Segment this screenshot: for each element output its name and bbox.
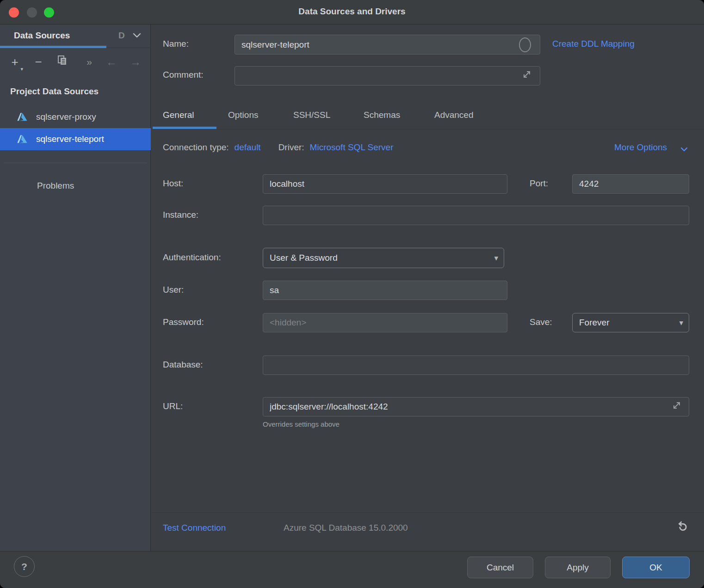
list-item-sqlserver-proxy[interactable]: sqlserver-proxy [0,106,151,128]
revert-icon[interactable] [675,520,689,535]
arrow-left-icon: ← [106,55,117,68]
user-label: User: [163,285,184,295]
comment-input[interactable] [235,66,540,86]
tab-drivers-truncated[interactable]: D [118,31,125,41]
duplicate-data-source-button[interactable] [53,53,71,71]
password-label: Password: [163,317,204,327]
data-source-label: sqlserver-teleport [36,134,104,144]
double-chevron-icon: » [86,56,92,67]
active-tab-underline [0,46,106,48]
database-input[interactable] [263,355,689,375]
host-input[interactable] [263,174,507,194]
url-label: URL: [163,401,183,411]
sidebar-divider [4,163,147,163]
expand-comment-icon[interactable] [522,69,532,81]
loading-circle-icon [519,37,531,52]
save-label: Save: [530,317,552,327]
data-sources-dialog: Data Sources and Drivers Data Sources D … [0,0,704,588]
expand-url-icon[interactable] [672,400,682,412]
instance-input[interactable] [263,206,689,225]
sidebar-item-problems[interactable]: Problems [37,181,74,191]
more-options-chevron-icon[interactable] [680,146,688,154]
dropdown-arrow-icon: ▾ [494,253,498,263]
server-version-text: Azure SQL Database 15.0.2000 [284,523,408,533]
authentication-label: Authentication: [163,252,221,263]
azure-sql-icon [17,111,28,122]
sidebar: Data Sources D + ▾ − [0,24,151,551]
more-options-link[interactable]: More Options [614,142,667,153]
list-item-sqlserver-teleport[interactable]: sqlserver-teleport [0,128,151,150]
status-row-divider [151,512,704,513]
duplicate-icon [56,55,68,69]
tab-options[interactable]: Options [228,110,258,120]
save-select[interactable]: Forever ▾ [572,313,689,332]
url-input[interactable] [263,397,689,416]
port-input[interactable] [572,174,689,194]
connection-type-value-link[interactable]: default [235,142,261,153]
footer-bar: ? Cancel Apply OK [0,551,704,588]
ok-button[interactable]: OK [622,557,690,578]
authentication-value: User & Password [270,253,338,263]
add-dropdown-caret-icon: ▾ [20,67,23,72]
tabs-divider [151,129,704,129]
comment-label: Comment: [163,70,204,80]
connection-type-label: Connection type: [163,142,229,153]
instance-label: Instance: [163,210,198,220]
dropdown-arrow-icon: ▾ [679,318,683,328]
cancel-button[interactable]: Cancel [467,557,533,578]
name-input[interactable] [235,35,540,55]
remove-data-source-button[interactable]: − [30,53,47,71]
arrow-right-icon: → [130,55,141,68]
authentication-select[interactable]: User & Password ▾ [263,248,504,268]
plus-icon: + [11,55,18,69]
connection-type-row: Connection type: default Driver: Microso… [163,142,394,153]
tab-data-sources[interactable]: Data Sources [14,31,70,41]
url-hint-text: Overrides settings above [263,420,340,428]
minus-icon: − [35,55,42,69]
forward-button[interactable]: → [127,53,144,71]
tab-schemas[interactable]: Schemas [364,110,400,120]
azure-sql-icon [17,134,28,145]
host-label: Host: [163,178,183,189]
sidebar-tab-header: Data Sources D [0,24,151,48]
project-data-sources-header: Project Data Sources [10,86,99,97]
help-button[interactable]: ? [14,556,35,577]
add-data-source-button[interactable]: + ▾ [6,53,24,71]
driver-label: Driver: [278,142,304,153]
name-label: Name: [163,39,189,49]
apply-button[interactable]: Apply [545,557,611,578]
chevron-down-icon[interactable] [132,32,142,40]
tab-general[interactable]: General [163,110,194,120]
window-title: Data Sources and Drivers [0,6,704,17]
titlebar: Data Sources and Drivers [0,0,704,24]
database-label: Database: [163,360,203,370]
create-ddl-mapping-link[interactable]: Create DDL Mapping [552,39,635,49]
more-actions-button[interactable]: » [80,53,98,71]
tab-advanced[interactable]: Advanced [434,110,474,120]
tab-ssh-ssl[interactable]: SSH/SSL [293,110,330,120]
data-source-label: sqlserver-proxy [36,112,96,122]
user-input[interactable] [263,281,507,300]
test-connection-link[interactable]: Test Connection [163,523,226,533]
password-input[interactable] [263,313,507,332]
back-button[interactable]: ← [103,53,120,71]
driver-value-link[interactable]: Microsoft SQL Server [310,142,394,153]
save-value: Forever [579,318,609,328]
port-label: Port: [530,178,548,189]
